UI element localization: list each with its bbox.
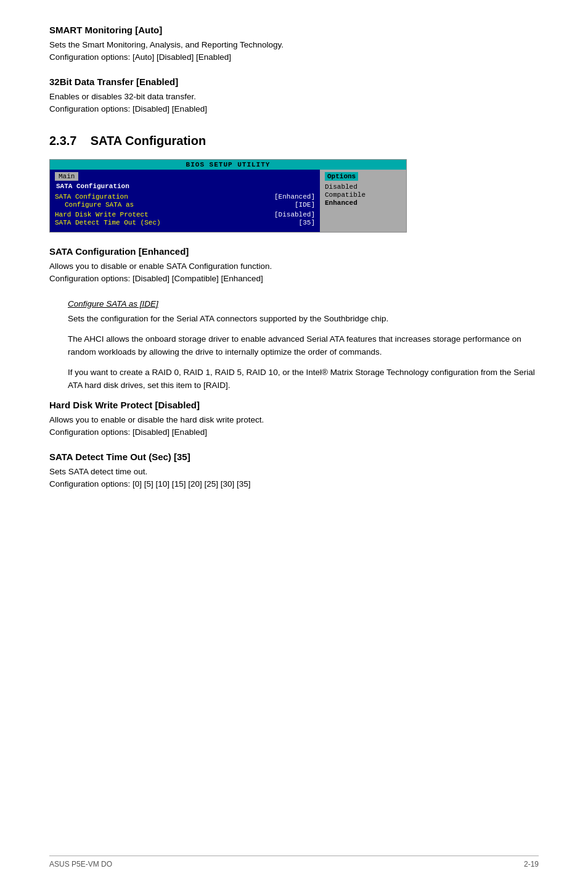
hard-disk-config: Configuration options: [Disabled] [Enabl… <box>49 426 539 439</box>
chapter-heading: 2.3.7 SATA Configuration <box>49 134 539 148</box>
sata-detect-section: SATA Detect Time Out (Sec) [35] Sets SAT… <box>49 452 539 491</box>
sata-config-config: Configuration options: [Disabled] [Compa… <box>49 273 539 285</box>
bit32-config: Configuration options: [Disabled] [Enabl… <box>49 103 539 115</box>
configure-sata-sub-desc2: The AHCI allows the onboard storage driv… <box>68 333 539 359</box>
chapter-section: 2.3.7 SATA Configuration <box>49 134 539 148</box>
bios-row-sata-config: SATA Configuration [Enhanced] <box>55 193 315 200</box>
footer-right: 2-19 <box>524 860 539 868</box>
smart-monitoring-desc: Sets the Smart Monitoring, Analysis, and… <box>49 39 539 51</box>
bios-section-label: SATA Configuration <box>55 182 131 191</box>
bios-value-detect-timeout: [35] <box>299 219 315 226</box>
bios-row-detect-timeout: SATA Detect Time Out (Sec) [35] <box>55 219 315 226</box>
hard-disk-heading: Hard Disk Write Protect [Disabled] <box>49 400 539 410</box>
smart-monitoring-section: SMART Monitoring [Auto] Sets the Smart M… <box>49 25 539 64</box>
sata-config-section: SATA Configuration [Enhanced] Allows you… <box>49 246 539 392</box>
bit32-transfer-section: 32Bit Data Transfer [Enabled] Enables or… <box>49 76 539 116</box>
bios-label-detect-timeout: SATA Detect Time Out (Sec) <box>55 219 161 226</box>
bios-title: BIOS SETUP UTILITY <box>50 160 406 170</box>
configure-sata-sub-desc3: If you want to create a RAID 0, RAID 1, … <box>68 366 539 392</box>
bios-value-configure: [IDE] <box>295 201 315 208</box>
bios-options-label: Options <box>325 172 358 181</box>
smart-monitoring-config: Configuration options: [Auto] [Disabled]… <box>49 51 539 64</box>
bios-row-write-protect: Hard Disk Write Protect [Disabled] <box>55 211 315 218</box>
hard-disk-desc: Allows you to enable or disable the hard… <box>49 414 539 426</box>
smart-monitoring-heading: SMART Monitoring [Auto] <box>49 25 539 35</box>
bios-left-panel: Main SATA Configuration SATA Configurati… <box>50 170 320 232</box>
sata-detect-heading: SATA Detect Time Out (Sec) [35] <box>49 452 539 462</box>
bios-option-disabled: Disabled <box>325 183 401 191</box>
bios-option-compatible: Compatible <box>325 191 401 199</box>
page-footer: ASUS P5E-VM DO 2-19 <box>49 856 539 868</box>
bios-row-configure: Configure SATA as [IDE] <box>55 201 315 208</box>
configure-sata-sub-desc1: Sets the configuration for the Serial AT… <box>68 313 539 326</box>
bios-label-configure: Configure SATA as <box>55 201 134 208</box>
bit32-heading: 32Bit Data Transfer [Enabled] <box>49 76 539 87</box>
sata-config-heading: SATA Configuration [Enhanced] <box>49 246 539 257</box>
sata-detect-desc: Sets SATA detect time out. <box>49 466 539 478</box>
bios-right-panel: Options Disabled Compatible Enhanced <box>320 170 406 232</box>
configure-sata-sub-heading: Configure SATA as [IDE] <box>68 298 539 311</box>
bios-option-enhanced: Enhanced <box>325 199 401 207</box>
footer-left: ASUS P5E-VM DO <box>49 860 112 868</box>
bios-label-sata: SATA Configuration <box>55 193 128 200</box>
sata-config-desc1: Allows you to disable or enable SATA Con… <box>49 260 539 273</box>
bios-row-group: SATA Configuration [Enhanced] Configure … <box>55 193 315 208</box>
bios-value-sata: [Enhanced] <box>274 193 315 200</box>
bios-value-write-protect: [Disabled] <box>274 211 315 218</box>
bios-main-tab: Main <box>55 172 78 181</box>
hard-disk-section: Hard Disk Write Protect [Disabled] Allow… <box>49 400 539 439</box>
bios-label-write-protect: Hard Disk Write Protect <box>55 211 149 218</box>
bios-screenshot: BIOS SETUP UTILITY Main SATA Configurati… <box>49 159 407 233</box>
bit32-desc: Enables or disables 32-bit data transfer… <box>49 91 539 103</box>
sata-detect-config: Configuration options: [0] [5] [10] [15]… <box>49 478 539 490</box>
